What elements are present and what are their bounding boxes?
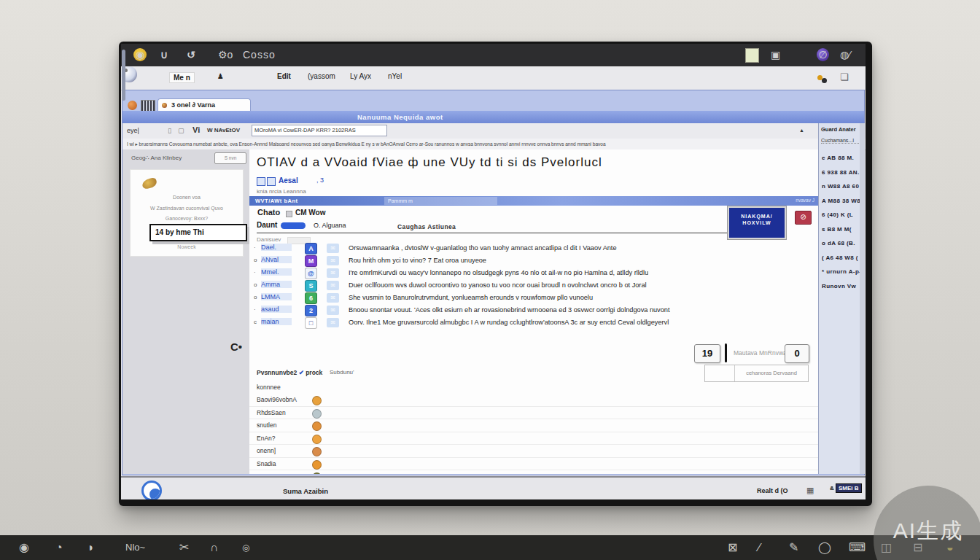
message-text[interactable]: She vusmin to Banurolrutrvmdunt, yonluea…: [349, 294, 815, 301]
doc2-icon[interactable]: [267, 177, 276, 186]
tab-favicon-orange-icon[interactable]: [128, 101, 137, 110]
status-badge[interactable]: & SMEi B: [830, 485, 862, 491]
status-logo-icon[interactable]: [141, 481, 162, 499]
item-link[interactable]: onenn]: [257, 447, 276, 454]
note-icon[interactable]: ❏: [840, 71, 849, 82]
sidebar-item[interactable]: 6 938 88 AN.: [819, 166, 860, 180]
sidebar-item[interactable]: ( A6 48 W8 (: [819, 251, 860, 265]
avatar-icon[interactable]: S: [305, 280, 317, 292]
sender-link[interactable]: Mmel.: [261, 268, 292, 276]
mail-icon[interactable]: ✉: [327, 268, 339, 278]
sidebar-item[interactable]: A M88 38 W8: [819, 194, 860, 209]
sender-link[interactable]: Dael.: [261, 244, 292, 251]
column-header[interactable]: Caughas Astiunea: [397, 223, 456, 230]
oval-icon[interactable]: ◯: [818, 535, 831, 560]
mail-icon[interactable]: ✉: [327, 281, 339, 290]
sender-link[interactable]: Amma: [261, 281, 292, 288]
item-link[interactable]: Snadia: [257, 460, 276, 467]
scrollbar-track[interactable]: [860, 123, 865, 474]
purple-orb-icon[interactable]: ∅: [817, 48, 829, 61]
bookmarks-bar[interactable]: I wl ▸ bruersimanns Covouoma numebat anb…: [122, 139, 866, 150]
figure-icon[interactable]: ♟: [217, 72, 224, 80]
blue-pill-button[interactable]: [281, 222, 306, 229]
close-box-icon[interactable]: ⊠: [728, 535, 737, 560]
windows-stack-icon[interactable]: ▣: [771, 48, 780, 61]
mail-icon[interactable]: ✉: [327, 293, 339, 303]
edit-note-icon[interactable]: ✎: [789, 535, 798, 560]
message-text[interactable]: Duer ocllfouom wvs duwol ocroontivo to y…: [349, 281, 815, 289]
camera-icon[interactable]: ◉: [19, 535, 29, 560]
menu-item-me[interactable]: Me n: [169, 72, 195, 83]
item-link[interactable]: Baovi96vobnA: [257, 396, 297, 403]
sidebar-item[interactable]: 6 (40) K (L: [819, 208, 860, 222]
navy-banner-button[interactable]: NIAKQMA/ HOXVILW: [728, 206, 786, 239]
message-text[interactable]: Orsuwamnaanka , dvtoslW v-guanlatlog tho…: [349, 244, 815, 252]
sender-link[interactable]: ANval: [261, 256, 292, 263]
window-titlebar[interactable]: Nanuuma Nequida awot: [122, 111, 864, 123]
launcher-icon[interactable]: ◉: [133, 48, 147, 61]
pager-prev-button[interactable]: 19: [694, 344, 720, 363]
scrollbar-thumb[interactable]: [122, 50, 125, 101]
globe-pen-icon[interactable]: ◍⁄: [840, 48, 851, 61]
search-engine-label[interactable]: W NAvEtOV: [207, 127, 240, 133]
avatar-icon[interactable]: 6: [305, 292, 317, 304]
item-link[interactable]: Moo.E..: [257, 472, 278, 474]
sidebar-item[interactable]: Runovn Vw: [819, 279, 860, 294]
pager-next-button[interactable]: 0: [785, 344, 809, 363]
message-text[interactable]: Oorv. Ilne1 Moe gruvarsurcold almubgbc I…: [349, 319, 815, 326]
right-sidebar-sublink[interactable]: Cuchamans...I: [821, 138, 859, 144]
message-text[interactable]: I're omrlmKurvdi ou wacy'v lonnanepo no …: [349, 269, 815, 276]
avatar-icon[interactable]: M: [305, 255, 317, 267]
avatar-icon[interactable]: □: [305, 317, 317, 329]
sidebar-item[interactable]: n W88 A8 60: [819, 179, 860, 194]
chat-icon[interactable]: ◗: [88, 535, 95, 560]
browser-tab[interactable]: 3 onel ∂ Varna: [158, 98, 251, 112]
menu-item-edit[interactable]: Edit: [277, 72, 291, 80]
address-input[interactable]: MOroMA vi CowER-DAP KRR? 2102RAS: [252, 125, 387, 136]
item-link[interactable]: RhdsSaen: [257, 409, 286, 416]
doc-icon[interactable]: [257, 177, 265, 186]
clock-icon[interactable]: ◔: [55, 535, 63, 560]
sidebar-item[interactable]: o dA 68 (B.: [819, 236, 860, 251]
workspace-icon[interactable]: [745, 48, 759, 63]
arch-icon[interactable]: ∩: [210, 535, 219, 560]
message-text[interactable]: Bnoou snontar vouut. 'Aces olkt esiurn e…: [349, 306, 815, 314]
item-link[interactable]: snutlen: [257, 421, 276, 429]
record-icon[interactable]: ◎: [242, 535, 249, 560]
red-logo-icon[interactable]: ⊘: [795, 211, 812, 225]
flag-icon[interactable]: ▲: [799, 128, 804, 133]
mail-icon[interactable]: ✉: [327, 306, 339, 315]
v-button[interactable]: Vi: [192, 125, 200, 134]
sidebar-item[interactable]: s B8 M M(: [819, 222, 860, 237]
keyboard-icon[interactable]: ⌨: [849, 535, 866, 560]
back-box-icon[interactable]: ▯: [168, 127, 171, 134]
nlo-label[interactable]: Nlo~: [125, 535, 145, 560]
avatar-icon[interactable]: A: [305, 243, 317, 254]
pen-icon[interactable]: ∕: [758, 535, 761, 560]
scissors-icon[interactable]: ✂: [179, 535, 189, 560]
sidebar-item[interactable]: * urnurn A-p—: [819, 265, 860, 279]
tab-stripes-icon[interactable]: [141, 100, 155, 112]
sender-link[interactable]: maian: [261, 318, 292, 325]
sender-link[interactable]: asaud: [261, 306, 292, 313]
sidebar-button[interactable]: S nvn: [214, 152, 246, 164]
avatar-icon[interactable]: @: [305, 268, 317, 279]
popup-input[interactable]: 14 by hme Thi: [149, 224, 247, 241]
avatar-icon[interactable]: 2: [305, 305, 317, 316]
eye-menu[interactable]: eye|: [127, 127, 139, 134]
mail-icon[interactable]: ✉: [327, 256, 339, 265]
forward-box-icon[interactable]: ▢: [178, 127, 184, 134]
menu-item-cassom[interactable]: (yassom: [308, 72, 335, 80]
menu-item-lyayx[interactable]: Ly Ayx: [350, 72, 371, 80]
menu-item-nyel[interactable]: nYel: [388, 72, 402, 80]
subject-link[interactable]: Aesal: [279, 176, 298, 184]
sender-link[interactable]: LMMA: [261, 293, 292, 300]
footer-cell[interactable]: cehanoras Dervaand: [738, 370, 805, 376]
band-mid-segment[interactable]: Pammm m: [384, 197, 497, 205]
gear-icon[interactable]: ⚙o: [218, 48, 233, 61]
shield-icon[interactable]: ∪: [160, 48, 168, 61]
browser-swirl-icon[interactable]: ↺: [187, 48, 195, 61]
sidebar-item[interactable]: e AB 88 M.: [819, 151, 860, 166]
message-text[interactable]: Rou hrith ohm yci to vino? 7 Eat oroa un…: [349, 257, 815, 264]
mail-icon[interactable]: ✉: [327, 318, 339, 327]
